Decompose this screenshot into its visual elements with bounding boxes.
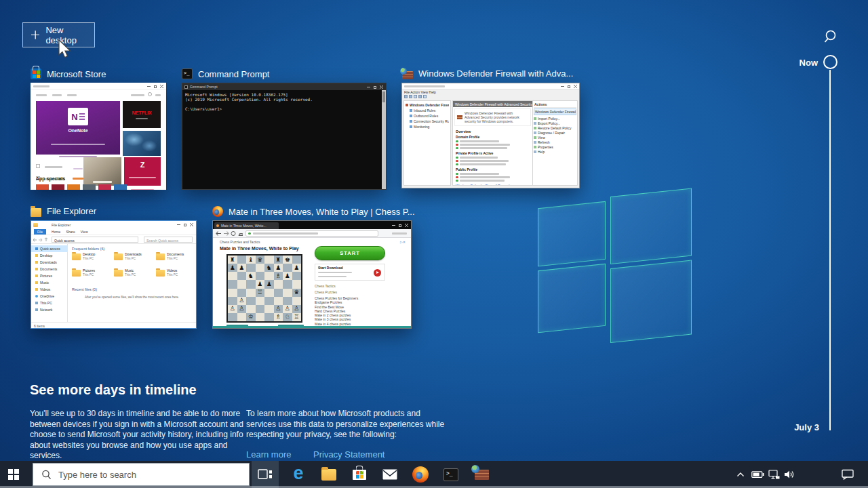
- cmd-titlebar-text: Command Prompt: [190, 85, 218, 89]
- firefox-icon: [212, 206, 223, 217]
- taskbar-search[interactable]: [33, 463, 250, 486]
- timeline-scrubber-track[interactable]: [829, 70, 831, 430]
- firewall-actions-header: Actions: [534, 102, 576, 108]
- firefox-icon: [412, 466, 429, 483]
- privacy-statement-link[interactable]: Privacy Statement: [313, 449, 385, 460]
- cmd-scrollbar: [382, 90, 386, 189]
- firewall-overview-label: Overview: [456, 129, 530, 134]
- explorer-ribbon: File Home Share View: [31, 228, 196, 235]
- store-window-thumbnail[interactable]: N OneNote NETFLIX Z App specials: [31, 83, 166, 190]
- store-photo-tile-blue: [123, 131, 161, 156]
- firewall-icon: [402, 71, 413, 79]
- z-logo: Z: [124, 161, 161, 169]
- store-specials-tiles: [36, 184, 127, 190]
- firewall-thumb-title: Windows Defender Firewall with Adva...: [418, 68, 573, 79]
- explorer-recent-message: After you've opened some files, we'll sh…: [68, 296, 196, 299]
- search-input[interactable]: [58, 470, 221, 480]
- see-more-paragraph-1: You'll see up to 30 days in timeline and…: [30, 409, 243, 462]
- mouse-cursor: [57, 39, 72, 59]
- explorer-status-bar: 6 items: [31, 322, 196, 328]
- firefox-window-thumbnail[interactable]: Mate in Three Moves, White... Chess Puzz…: [212, 220, 412, 329]
- explorer-search-box: Search Quick access: [144, 237, 193, 243]
- timeline-search-button[interactable]: [822, 27, 841, 46]
- explorer-file-tab: File: [34, 229, 46, 235]
- firewall-window-thumbnail[interactable]: File Action View Help Windows Defender F…: [401, 83, 580, 188]
- logo-pane: [538, 201, 606, 267]
- store-onenote-tile: N OneNote: [36, 101, 120, 155]
- store-nav: [36, 92, 77, 96]
- ad-tag: ▷✕: [400, 240, 406, 244]
- onenote-logo: N: [68, 108, 88, 125]
- store-button[interactable]: [346, 461, 373, 488]
- firewall-section-title: Private Profile is Active: [456, 151, 530, 155]
- firefox-nav-bar: [213, 229, 411, 238]
- tray-network[interactable]: [766, 461, 782, 488]
- firewall-section-title: Public Profile: [456, 167, 530, 171]
- learn-more-link[interactable]: Learn more: [246, 449, 291, 460]
- firewall-actions-panel: Actions Windows Defender Firewall with A…: [532, 100, 578, 186]
- firefox-thumb-title: Mate in Three Moves, White to Play | Che…: [229, 207, 415, 217]
- tray-show-hidden-icons[interactable]: [732, 461, 749, 488]
- tray-battery[interactable]: [749, 461, 766, 488]
- file-explorer-button[interactable]: [315, 461, 342, 488]
- firewall-icon: [475, 470, 489, 480]
- firefox-page-content: Chess Puzzles and Tactics ▷✕ Mate in Thr…: [213, 238, 411, 328]
- firewall-properties-link: Windows Defender Firewall Properties: [453, 183, 532, 186]
- firewall-actions-subheader: Windows Defender Firewall with Adva...: [534, 108, 576, 115]
- firefox-button[interactable]: [407, 461, 434, 488]
- cmd-output: Microsoft Windows [Version 10.0.18362.17…: [185, 92, 379, 111]
- mail-button[interactable]: [376, 461, 403, 488]
- see-more-heading: See more days in timeline: [30, 382, 197, 398]
- explorer-main: Frequent folders (6) DesktopThis PCDownl…: [68, 244, 196, 322]
- explorer-breadcrumb: Quick access: [52, 237, 138, 243]
- explorer-recent-header: Recent files (0): [72, 287, 196, 291]
- tray-volume[interactable]: [781, 461, 797, 488]
- store-photo-tile: [83, 157, 121, 186]
- mail-icon: [382, 469, 397, 480]
- search-icon: [41, 470, 52, 480]
- wallpaper-windows-logo: [538, 182, 696, 363]
- ad-start-button: START: [315, 246, 385, 260]
- action-center-icon: [842, 469, 854, 480]
- browser-nav-icons: [216, 230, 243, 237]
- task-view-icon: [258, 468, 273, 481]
- cmd-titlebar: Command Prompt: [182, 83, 386, 90]
- firewall-tree-panel: Windows Defender Firewall... Inbound Rul…: [403, 100, 451, 186]
- explorer-window-thumbnail[interactable]: File Explorer File Home Share View Quick…: [31, 220, 197, 329]
- firewall-section-title: Domain Profile: [456, 135, 530, 139]
- cmd-titlebar-icon: [184, 85, 188, 89]
- firefox-thumb-header: Mate in Three Moves, White to Play | Che…: [212, 206, 415, 217]
- puzzle-heading: Mate in Three Moves, White to Play: [220, 246, 299, 251]
- explorer-address-bar: Quick access Search Quick access: [31, 235, 196, 244]
- store-app-specials-label: App specials: [36, 176, 65, 181]
- firewall-toolbar: [404, 95, 427, 98]
- nav-arrows-icon: [33, 237, 50, 243]
- store-z-tile: Z: [124, 157, 161, 186]
- task-view-button[interactable]: [252, 461, 279, 488]
- edge-button[interactable]: e: [285, 461, 312, 488]
- onenote-label: OneNote: [36, 128, 120, 133]
- firefox-tab-bar: Mate in Three Moves, White...: [213, 221, 411, 229]
- speaker-icon: [784, 470, 795, 479]
- cmd-window-thumbnail[interactable]: Command Prompt Microsoft Windows [Versio…: [182, 83, 387, 190]
- edge-icon: e: [293, 464, 303, 483]
- search-icon: [824, 29, 839, 44]
- firewall-button[interactable]: [468, 461, 495, 488]
- timeline-scrubber-handle[interactable]: [823, 55, 837, 69]
- windows-logo-icon: [8, 469, 19, 480]
- microsoft-store-icon: [353, 470, 366, 480]
- chess-links-list: Chess TacticsChess PuzzlesChess Puzzles …: [315, 284, 403, 329]
- start-button[interactable]: [0, 461, 27, 488]
- ethernet-icon: [768, 470, 780, 479]
- netflix-logo: NETFLIX: [132, 110, 151, 116]
- file-explorer-icon: [321, 469, 336, 481]
- cmd-button[interactable]: >_: [437, 461, 465, 488]
- firefox-tab: Mate in Three Moves, White...: [214, 222, 279, 229]
- https-lock-icon: [248, 232, 251, 235]
- explorer-titlebar: File Explorer: [31, 221, 196, 228]
- logo-pane: [610, 260, 692, 343]
- store-netflix-tile: NETFLIX: [123, 101, 161, 128]
- action-center-button[interactable]: [840, 461, 856, 488]
- ad-play-icon: [374, 269, 381, 277]
- logo-pane: [538, 264, 606, 333]
